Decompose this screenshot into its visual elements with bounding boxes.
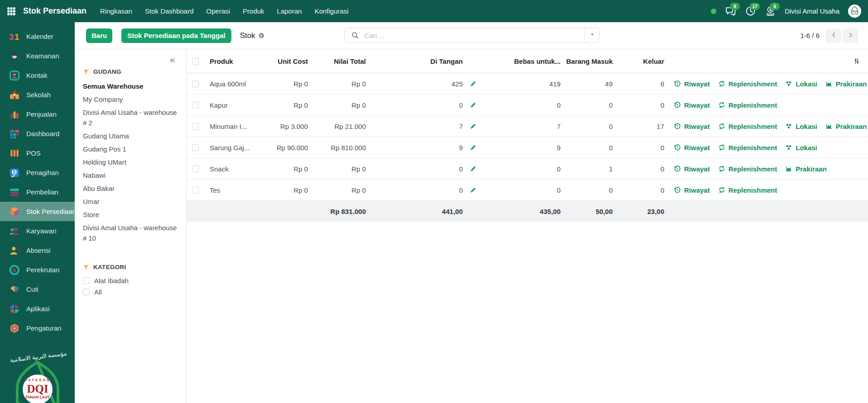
sidebar-app-kalender[interactable]: 31Kalender — [0, 27, 75, 46]
chevron-down-icon — [589, 31, 595, 39]
table-row[interactable]: Tes Rp 0 Rp 0 0 0 0 0 RiwayatReplenishme… — [187, 180, 868, 201]
column-header-nilai-total[interactable]: Nilai Total — [308, 57, 366, 65]
table-row[interactable]: Kapur Rp 0 Rp 0 0 0 0 0 RiwayatReplenish… — [187, 95, 868, 116]
row-checkbox[interactable] — [192, 144, 199, 151]
row-action-riwayat[interactable]: Riwayat — [674, 165, 710, 173]
column-header-keluar[interactable]: Keluar — [613, 57, 664, 65]
warehouse-filter-divisi-amal-usaha-warehouse-2[interactable]: Divisi Amal Usaha - warehouse # 2 — [83, 106, 179, 129]
edit-pencil-icon[interactable] — [469, 165, 477, 173]
prev-page-button[interactable] — [826, 28, 841, 43]
topbar-menu-ringkasan[interactable]: Ringkasan — [100, 7, 132, 15]
column-header-di-tangan[interactable]: Di Tangan — [431, 57, 463, 65]
category-filter-alat-ibadah[interactable]: Alat Ibadah — [83, 275, 178, 286]
row-action-riwayat[interactable]: Riwayat — [674, 80, 710, 88]
sidebar-app-stok-persediaan[interactable]: Stok Persediaan — [0, 202, 75, 221]
row-action-lokasi[interactable]: Lokasi — [785, 123, 817, 130]
row-action-replenishment[interactable]: Replenishment — [718, 123, 777, 130]
sidebar-app-karyawan[interactable]: Karyawan — [0, 221, 75, 241]
warehouse-filter-divisi-amal-usaha-warehouse-10[interactable]: Divisi Amal Usaha - warehouse # 10 — [83, 221, 179, 245]
sidebar-app-aplikasi[interactable]: Aplikasi — [0, 299, 75, 318]
warehouse-filter-store[interactable]: Store — [83, 208, 179, 221]
sidebar-app-cuti[interactable]: Cuti — [0, 280, 75, 299]
select-all-checkbox[interactable] — [192, 58, 199, 65]
column-header-unit-cost[interactable]: Unit Cost — [256, 57, 308, 65]
table-row[interactable]: Sarung Gaj... Rp 90.000 Rp 810.000 9 9 0… — [187, 137, 868, 158]
row-action-riwayat[interactable]: Riwayat — [674, 123, 710, 130]
row-action-replenishment[interactable]: Replenishment — [718, 80, 777, 88]
row-action-replenishment[interactable]: Replenishment — [718, 186, 777, 194]
row-checkbox[interactable] — [192, 102, 199, 109]
row-action-replenishment[interactable]: Replenishment — [718, 165, 777, 173]
warehouse-filter-gudang-pos-1[interactable]: Gudang Pos 1 — [83, 142, 179, 156]
sidebar-app-pengaturan[interactable]: Pengaturan — [0, 318, 75, 338]
row-action-replenishment[interactable]: Replenishment — [718, 101, 777, 109]
sidebar-app-sekolah[interactable]: Sekolah — [0, 85, 75, 104]
apps-grid-icon[interactable] — [6, 6, 16, 16]
search-input[interactable] — [364, 31, 585, 40]
column-header-bebas-untuk[interactable]: Bebas untuk... — [483, 57, 561, 65]
column-header-barang-masuk[interactable]: Barang Masuk — [561, 57, 613, 65]
collapse-panel-icon[interactable] — [168, 57, 176, 64]
table-row[interactable]: Snack Rp 0 Rp 0 0 0 1 0 RiwayatReplenish… — [187, 158, 868, 180]
edit-pencil-icon[interactable] — [469, 80, 477, 88]
table-row[interactable]: Minuman I... Rp 3.000 Rp 21.000 7 7 0 17… — [187, 116, 868, 137]
sidebar-app-pembelian[interactable]: Pembelian — [0, 182, 75, 202]
next-page-button[interactable] — [843, 28, 858, 43]
app-title[interactable]: Stok Persediaan — [23, 6, 86, 16]
row-checkbox[interactable] — [192, 123, 199, 130]
category-checkbox[interactable] — [83, 277, 90, 284]
row-action-prakiraan[interactable]: Prakiraan — [825, 123, 867, 130]
sidebar-app-keamanan[interactable]: Keamanan — [0, 46, 75, 66]
table-row[interactable]: Aqua 600ml Rp 0 Rp 0 425 419 49 6 Riwaya… — [187, 73, 868, 95]
warehouse-filter-holding-umart[interactable]: Holding UMart — [83, 156, 179, 169]
row-checkbox[interactable] — [192, 166, 199, 172]
row-checkbox[interactable] — [192, 187, 199, 194]
warehouse-filter-umar[interactable]: Umar — [83, 195, 179, 208]
sidebar-app-penjualan[interactable]: Penjualan — [0, 104, 75, 124]
warehouse-filter-gudang-utama[interactable]: Gudang Utama — [83, 129, 179, 142]
row-action-lokasi[interactable]: Lokasi — [785, 144, 817, 152]
search-options-toggle[interactable] — [585, 28, 599, 43]
history-icon — [674, 123, 681, 130]
topbar-menu-laporan[interactable]: Laporan — [277, 7, 302, 15]
column-header-produk[interactable]: Produk — [204, 57, 256, 65]
edit-pencil-icon[interactable] — [469, 101, 477, 109]
category-checkbox[interactable] — [83, 289, 90, 295]
edit-pencil-icon[interactable] — [469, 144, 477, 152]
sidebar-app-pos[interactable]: POS — [0, 143, 75, 163]
warehouse-filter-semua-warehouse[interactable]: Semua Warehouse — [83, 80, 179, 93]
cell-produk: Minuman I... — [204, 123, 256, 130]
sidebar-app-dashboard[interactable]: Dashboard — [0, 124, 75, 143]
topbar-menu-produk[interactable]: Produk — [243, 7, 264, 15]
row-action-riwayat[interactable]: Riwayat — [674, 101, 710, 109]
messages-icon[interactable]: 6 — [725, 5, 736, 17]
gear-icon[interactable]: ⚙ — [259, 32, 264, 39]
topbar-menu-stok-dashboard[interactable]: Stok Dashboard — [145, 7, 194, 15]
company-name[interactable]: Divisi Amal Usaha — [785, 7, 839, 15]
topbar-menu-konfigurasi[interactable]: Konfigurasi — [315, 7, 349, 15]
warehouse-filter-my-company[interactable]: My Company — [83, 93, 179, 106]
edit-pencil-icon[interactable] — [469, 123, 477, 130]
edit-pencil-icon[interactable] — [469, 186, 477, 194]
warehouse-filter-nabawi[interactable]: Nabawi — [83, 169, 179, 182]
row-checkbox[interactable] — [192, 81, 199, 87]
sidebar-app-penagihan[interactable]: $Penagihan — [0, 163, 75, 182]
sidebar-app-kontak[interactable]: Kontak — [0, 66, 75, 85]
row-action-prakiraan[interactable]: Prakiraan — [825, 80, 867, 88]
stock-at-date-button[interactable]: Stok Persediaan pada Tanggal — [121, 28, 231, 43]
row-action-riwayat[interactable]: Riwayat — [674, 186, 710, 194]
row-action-riwayat[interactable]: Riwayat — [674, 144, 710, 152]
row-action-lokasi[interactable]: Lokasi — [785, 80, 817, 88]
topbar-menu-operasi[interactable]: Operasi — [206, 7, 230, 15]
money-icon[interactable]: $ 5 — [765, 5, 776, 17]
user-avatar[interactable]: DQI — [848, 5, 861, 18]
row-action-prakiraan[interactable]: Prakiraan — [785, 165, 826, 173]
sidebar-app-absensi[interactable]: Absensi — [0, 241, 75, 260]
row-action-replenishment[interactable]: Replenishment — [718, 144, 777, 152]
category-filter-all[interactable]: All — [83, 286, 178, 298]
adjust-columns-icon[interactable] — [853, 57, 861, 65]
sidebar-app-perekrutan[interactable]: Perekrutan — [0, 260, 75, 280]
new-button[interactable]: Baru — [86, 28, 112, 43]
warehouse-filter-abu-bakar[interactable]: Abu Bakar — [83, 182, 179, 195]
activity-clock-icon[interactable]: 17 — [745, 5, 756, 17]
